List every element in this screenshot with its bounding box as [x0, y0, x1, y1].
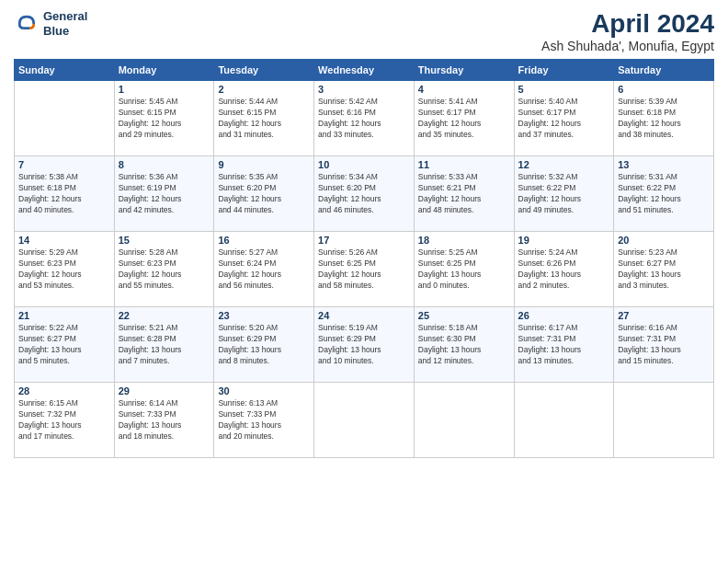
calendar-cell: 9Sunrise: 5:35 AM Sunset: 6:20 PM Daylig…	[214, 156, 314, 232]
weekday-wednesday: Wednesday	[314, 60, 415, 81]
day-info: Sunrise: 5:45 AM Sunset: 6:15 PM Dayligh…	[119, 97, 210, 141]
calendar-cell: 18Sunrise: 5:25 AM Sunset: 6:25 PM Dayli…	[414, 232, 514, 307]
day-info: Sunrise: 5:33 AM Sunset: 6:21 PM Dayligh…	[418, 172, 510, 216]
day-info: Sunrise: 5:27 AM Sunset: 6:24 PM Dayligh…	[218, 247, 310, 292]
day-info: Sunrise: 5:34 AM Sunset: 6:20 PM Dayligh…	[318, 172, 410, 216]
day-number: 19	[518, 235, 610, 246]
calendar-cell: 30Sunrise: 6:13 AM Sunset: 7:33 PM Dayli…	[214, 383, 314, 458]
calendar-cell: 1Sunrise: 5:45 AM Sunset: 6:15 PM Daylig…	[114, 81, 214, 156]
calendar-cell: 7Sunrise: 5:38 AM Sunset: 6:18 PM Daylig…	[15, 156, 115, 232]
calendar-cell: 14Sunrise: 5:29 AM Sunset: 6:23 PM Dayli…	[15, 232, 115, 307]
day-number: 5	[518, 84, 610, 95]
weekday-header-row: SundayMondayTuesdayWednesdayThursdayFrid…	[15, 60, 714, 81]
calendar-cell: 24Sunrise: 5:19 AM Sunset: 6:29 PM Dayli…	[314, 307, 415, 383]
day-info: Sunrise: 5:18 AM Sunset: 6:30 PM Dayligh…	[418, 323, 510, 367]
week-row-1: 1Sunrise: 5:45 AM Sunset: 6:15 PM Daylig…	[15, 81, 714, 156]
calendar-cell	[514, 383, 614, 458]
day-info: Sunrise: 5:39 AM Sunset: 6:18 PM Dayligh…	[618, 97, 710, 141]
day-info: Sunrise: 5:40 AM Sunset: 6:17 PM Dayligh…	[518, 97, 610, 141]
calendar-table: SundayMondayTuesdayWednesdayThursdayFrid…	[14, 59, 714, 458]
calendar-cell	[614, 383, 714, 458]
weekday-friday: Friday	[514, 60, 614, 81]
day-number: 26	[518, 310, 610, 321]
day-info: Sunrise: 5:25 AM Sunset: 6:25 PM Dayligh…	[418, 247, 510, 292]
day-info: Sunrise: 5:38 AM Sunset: 6:18 PM Dayligh…	[18, 172, 110, 216]
calendar-cell: 5Sunrise: 5:40 AM Sunset: 6:17 PM Daylig…	[514, 81, 614, 156]
day-number: 10	[318, 159, 410, 170]
day-info: Sunrise: 5:22 AM Sunset: 6:27 PM Dayligh…	[18, 323, 110, 367]
calendar-cell: 16Sunrise: 5:27 AM Sunset: 6:24 PM Dayli…	[214, 232, 314, 307]
svg-rect-0	[14, 11, 40, 37]
day-number: 9	[218, 159, 310, 170]
calendar-cell: 3Sunrise: 5:42 AM Sunset: 6:16 PM Daylig…	[314, 81, 415, 156]
calendar-cell: 12Sunrise: 5:32 AM Sunset: 6:22 PM Dayli…	[514, 156, 614, 232]
calendar-cell: 4Sunrise: 5:41 AM Sunset: 6:17 PM Daylig…	[414, 81, 514, 156]
day-info: Sunrise: 5:32 AM Sunset: 6:22 PM Dayligh…	[518, 172, 610, 216]
logo-icon	[14, 11, 40, 37]
calendar-cell	[414, 383, 514, 458]
day-number: 25	[418, 310, 510, 321]
day-number: 7	[18, 159, 110, 170]
day-info: Sunrise: 6:16 AM Sunset: 7:31 PM Dayligh…	[618, 323, 710, 367]
day-number: 21	[18, 310, 110, 321]
day-info: Sunrise: 5:44 AM Sunset: 6:15 PM Dayligh…	[218, 97, 310, 141]
weekday-sunday: Sunday	[15, 60, 115, 81]
day-number: 11	[418, 159, 510, 170]
weekday-tuesday: Tuesday	[214, 60, 314, 81]
day-info: Sunrise: 5:28 AM Sunset: 6:23 PM Dayligh…	[119, 247, 210, 292]
day-info: Sunrise: 5:42 AM Sunset: 6:16 PM Dayligh…	[318, 97, 410, 141]
day-number: 2	[218, 84, 310, 95]
day-info: Sunrise: 5:29 AM Sunset: 6:23 PM Dayligh…	[18, 247, 110, 292]
logo-line2: Blue	[43, 24, 87, 39]
day-number: 13	[618, 159, 710, 170]
day-number: 28	[18, 385, 110, 396]
day-info: Sunrise: 5:21 AM Sunset: 6:28 PM Dayligh…	[119, 323, 210, 367]
day-number: 12	[518, 159, 610, 170]
day-number: 22	[119, 310, 210, 321]
day-info: Sunrise: 5:31 AM Sunset: 6:22 PM Dayligh…	[618, 172, 710, 216]
calendar-cell: 25Sunrise: 5:18 AM Sunset: 6:30 PM Dayli…	[414, 307, 514, 383]
day-number: 18	[418, 235, 510, 246]
weekday-thursday: Thursday	[414, 60, 514, 81]
day-info: Sunrise: 5:26 AM Sunset: 6:25 PM Dayligh…	[318, 247, 410, 292]
week-row-4: 21Sunrise: 5:22 AM Sunset: 6:27 PM Dayli…	[15, 307, 714, 383]
weekday-saturday: Saturday	[614, 60, 714, 81]
day-number: 8	[119, 159, 210, 170]
weekday-monday: Monday	[114, 60, 214, 81]
day-number: 4	[418, 84, 510, 95]
calendar-cell: 26Sunrise: 6:17 AM Sunset: 7:31 PM Dayli…	[514, 307, 614, 383]
day-info: Sunrise: 5:41 AM Sunset: 6:17 PM Dayligh…	[418, 97, 510, 141]
calendar-cell: 11Sunrise: 5:33 AM Sunset: 6:21 PM Dayli…	[414, 156, 514, 232]
day-info: Sunrise: 5:23 AM Sunset: 6:27 PM Dayligh…	[618, 247, 710, 292]
calendar-cell: 23Sunrise: 5:20 AM Sunset: 6:29 PM Dayli…	[214, 307, 314, 383]
day-info: Sunrise: 6:14 AM Sunset: 7:33 PM Dayligh…	[119, 398, 210, 442]
day-number: 1	[119, 84, 210, 95]
day-number: 6	[618, 84, 710, 95]
calendar-cell: 21Sunrise: 5:22 AM Sunset: 6:27 PM Dayli…	[15, 307, 115, 383]
title-area: April 2024 Ash Shuhada', Monufia, Egypt	[541, 9, 714, 53]
day-info: Sunrise: 5:19 AM Sunset: 6:29 PM Dayligh…	[318, 323, 410, 367]
calendar-cell: 10Sunrise: 5:34 AM Sunset: 6:20 PM Dayli…	[314, 156, 415, 232]
calendar-cell: 27Sunrise: 6:16 AM Sunset: 7:31 PM Dayli…	[614, 307, 714, 383]
day-number: 15	[119, 235, 210, 246]
day-number: 29	[119, 385, 210, 396]
calendar-cell: 8Sunrise: 5:36 AM Sunset: 6:19 PM Daylig…	[114, 156, 214, 232]
day-info: Sunrise: 5:24 AM Sunset: 6:26 PM Dayligh…	[518, 247, 610, 292]
calendar-cell: 6Sunrise: 5:39 AM Sunset: 6:18 PM Daylig…	[614, 81, 714, 156]
location-title: Ash Shuhada', Monufia, Egypt	[541, 39, 714, 53]
calendar-cell: 17Sunrise: 5:26 AM Sunset: 6:25 PM Dayli…	[314, 232, 415, 307]
day-info: Sunrise: 5:20 AM Sunset: 6:29 PM Dayligh…	[218, 323, 310, 367]
calendar-cell: 15Sunrise: 5:28 AM Sunset: 6:23 PM Dayli…	[114, 232, 214, 307]
calendar-cell: 20Sunrise: 5:23 AM Sunset: 6:27 PM Dayli…	[614, 232, 714, 307]
month-title: April 2024	[541, 9, 714, 39]
calendar-cell: 2Sunrise: 5:44 AM Sunset: 6:15 PM Daylig…	[214, 81, 314, 156]
day-number: 14	[18, 235, 110, 246]
week-row-3: 14Sunrise: 5:29 AM Sunset: 6:23 PM Dayli…	[15, 232, 714, 307]
logo: General Blue	[14, 9, 87, 38]
calendar-cell	[15, 81, 115, 156]
day-info: Sunrise: 6:15 AM Sunset: 7:32 PM Dayligh…	[18, 398, 110, 442]
day-number: 17	[318, 235, 410, 246]
calendar-cell: 19Sunrise: 5:24 AM Sunset: 6:26 PM Dayli…	[514, 232, 614, 307]
week-row-2: 7Sunrise: 5:38 AM Sunset: 6:18 PM Daylig…	[15, 156, 714, 232]
day-number: 20	[618, 235, 710, 246]
